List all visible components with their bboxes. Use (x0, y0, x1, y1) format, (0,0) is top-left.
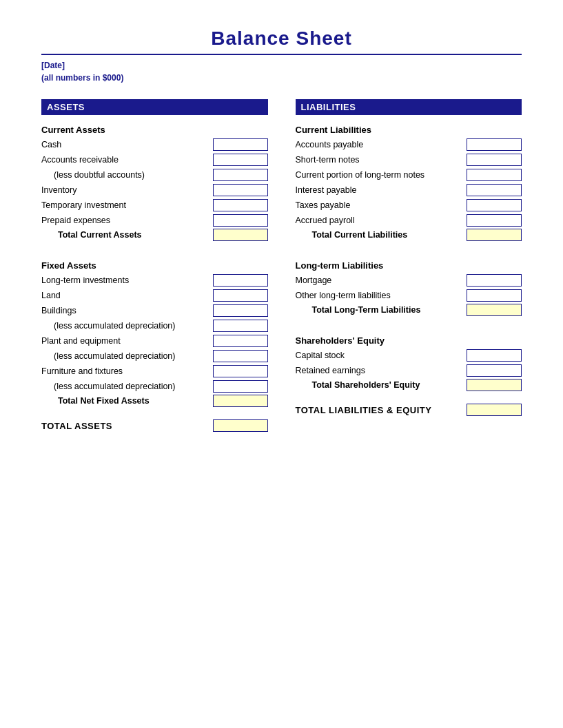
list-item: Accounts payable (296, 138, 522, 152)
list-item: Accrued payroll (296, 214, 522, 227)
less-doubtful-input[interactable] (213, 169, 268, 181)
less-doubtful-label: (less doubtful accounts) (41, 170, 213, 180)
accounts-payable-input[interactable] (467, 138, 522, 151)
total-net-fixed-assets-label: Total Net Fixed Assets (41, 396, 213, 406)
total-liabilities-equity-input[interactable] (467, 404, 522, 416)
interest-payable-label: Interest payable (296, 185, 467, 195)
list-item: Plant and equipment (41, 334, 268, 348)
long-term-investments-label: Long-term investments (41, 275, 213, 285)
total-current-assets-row: Total Current Assets (41, 229, 268, 241)
list-item: Land (41, 289, 268, 302)
current-assets-title: Current Assets (41, 125, 268, 135)
capital-stock-input[interactable] (467, 349, 522, 362)
plant-equipment-label: Plant and equipment (41, 336, 213, 346)
prepaid-expenses-input[interactable] (213, 214, 268, 227)
total-current-liabilities-row: Total Current Liabilities (296, 229, 522, 241)
inventory-input[interactable] (213, 184, 268, 196)
page: Balance Sheet [Date] (all numbers in $00… (0, 0, 563, 728)
list-item: Taxes payable (296, 198, 522, 212)
total-longterm-liabilities-input[interactable] (467, 304, 522, 316)
list-item: Prepaid expenses (41, 214, 268, 227)
total-liabilities-equity-label: TOTAL LIABILITIES & EQUITY (296, 405, 432, 415)
page-title: Balance Sheet (41, 28, 522, 50)
temporary-investment-label: Temporary investment (41, 200, 213, 210)
accounts-receivable-label: Accounts receivable (41, 155, 213, 165)
list-item: Long-term investments (41, 273, 268, 287)
taxes-payable-label: Taxes payable (296, 200, 467, 210)
long-term-investments-input[interactable] (213, 274, 268, 287)
numbers-note: (all numbers in $000) (41, 73, 522, 83)
less-accum-dep-furniture-input[interactable] (213, 380, 268, 393)
less-accum-dep-buildings-label: (less accumulated depreciation) (41, 321, 213, 331)
mortgage-label: Mortgage (296, 275, 467, 285)
plant-equipment-input[interactable] (213, 335, 268, 347)
list-item: (less accumulated depreciation) (41, 319, 268, 333)
total-assets-row: TOTAL ASSETS (41, 419, 268, 432)
list-item: Short-term notes (296, 153, 522, 167)
assets-header: ASSETS (41, 99, 268, 115)
current-portion-longterm-input[interactable] (467, 169, 522, 181)
list-item: Temporary investment (41, 198, 268, 212)
total-longterm-liabilities-row: Total Long-Term Liabilities (296, 304, 522, 316)
total-longterm-liabilities-label: Total Long-Term Liabilities (296, 305, 467, 315)
accrued-payroll-input[interactable] (467, 214, 522, 227)
list-item: Retained earnings (296, 364, 522, 377)
list-item: Other long-term liabilities (296, 289, 522, 302)
less-accum-dep-buildings-input[interactable] (213, 320, 268, 332)
liabilities-header: LIABILITIES (296, 99, 522, 115)
list-item: Current portion of long-term notes (296, 168, 522, 182)
other-longterm-liabilities-label: Other long-term liabilities (296, 291, 467, 300)
main-columns: ASSETS Current Assets Cash Accounts rece… (41, 99, 522, 432)
list-item: Furniture and fixtures (41, 364, 268, 378)
taxes-payable-input[interactable] (467, 199, 522, 211)
capital-stock-label: Capital stock (296, 351, 467, 360)
furniture-fixtures-input[interactable] (213, 365, 268, 377)
other-longterm-liabilities-input[interactable] (467, 289, 522, 302)
list-item: Cash (41, 138, 268, 152)
total-current-assets-input[interactable] (213, 229, 268, 241)
accrued-payroll-label: Accrued payroll (296, 216, 467, 225)
current-portion-longterm-label: Current portion of long-term notes (296, 170, 467, 180)
list-item: (less doubtful accounts) (41, 168, 268, 182)
furniture-fixtures-label: Furniture and fixtures (41, 366, 213, 376)
list-item: Buildings (41, 304, 268, 318)
total-equity-input[interactable] (467, 379, 522, 391)
date-label: [Date] (41, 61, 522, 70)
current-liabilities-title: Current Liabilities (296, 125, 522, 135)
total-assets-label: TOTAL ASSETS (41, 421, 112, 431)
list-item: Accounts receivable (41, 153, 268, 167)
liabilities-column: LIABILITIES Current Liabilities Accounts… (296, 99, 522, 416)
mortgage-input[interactable] (467, 274, 522, 287)
cash-input[interactable] (213, 138, 268, 151)
land-label: Land (41, 291, 213, 300)
interest-payable-input[interactable] (467, 184, 522, 196)
buildings-input[interactable] (213, 304, 268, 317)
cash-label: Cash (41, 140, 213, 149)
land-input[interactable] (213, 289, 268, 302)
list-item: Interest payable (296, 183, 522, 197)
list-item: Mortgage (296, 273, 522, 287)
list-item: (less accumulated depreciation) (41, 379, 268, 393)
prepaid-expenses-label: Prepaid expenses (41, 216, 213, 225)
total-current-liabilities-input[interactable] (467, 229, 522, 241)
less-accum-dep-plant-input[interactable] (213, 350, 268, 362)
total-current-liabilities-label: Total Current Liabilities (296, 230, 467, 240)
list-item: Capital stock (296, 349, 522, 362)
total-assets-input[interactable] (213, 419, 268, 432)
list-item: (less accumulated depreciation) (41, 349, 268, 363)
total-net-fixed-assets-row: Total Net Fixed Assets (41, 395, 268, 407)
temporary-investment-input[interactable] (213, 199, 268, 211)
assets-column: ASSETS Current Assets Cash Accounts rece… (41, 99, 268, 432)
fixed-assets-title: Fixed Assets (41, 260, 268, 271)
equity-title: Shareholders' Equity (296, 335, 522, 346)
total-equity-row: Total Shareholders' Equity (296, 379, 522, 391)
buildings-label: Buildings (41, 306, 213, 315)
longterm-liabilities-title: Long-term Liabilities (296, 260, 522, 271)
accounts-receivable-input[interactable] (213, 154, 268, 166)
total-net-fixed-assets-input[interactable] (213, 395, 268, 407)
inventory-label: Inventory (41, 185, 213, 195)
total-current-assets-label: Total Current Assets (41, 230, 213, 240)
less-accum-dep-furniture-label: (less accumulated depreciation) (41, 382, 213, 391)
short-term-notes-input[interactable] (467, 154, 522, 166)
retained-earnings-input[interactable] (467, 364, 522, 377)
